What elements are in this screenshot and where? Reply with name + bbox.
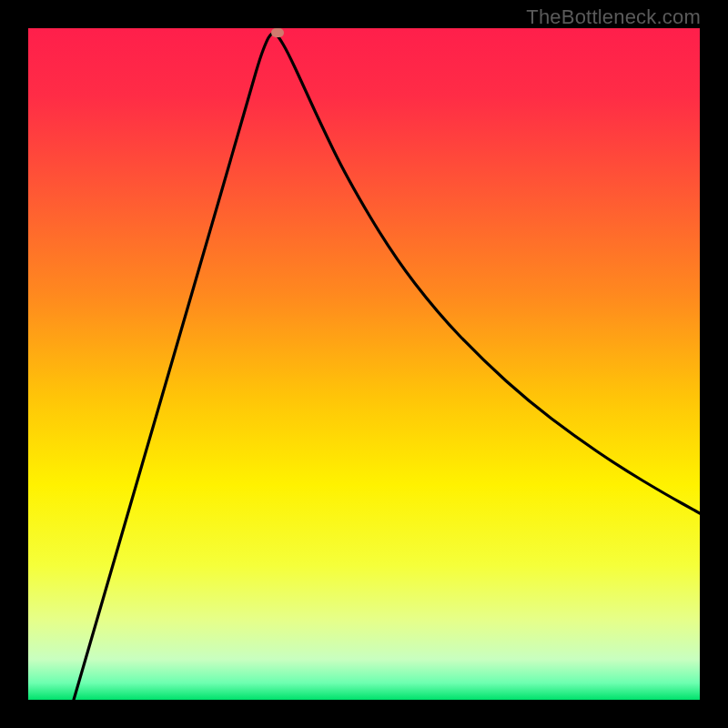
chart-svg: [28, 28, 700, 700]
watermark-label: TheBottleneck.com: [526, 5, 701, 29]
optimal-point-marker: [271, 28, 284, 37]
chart-frame: TheBottleneck.com: [0, 0, 728, 728]
plot-area: [28, 28, 700, 700]
gradient-background: [28, 28, 700, 700]
